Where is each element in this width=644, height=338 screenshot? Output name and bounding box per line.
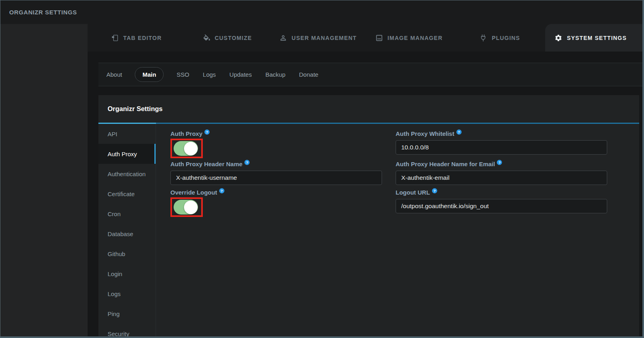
tab-image-manager[interactable]: IMAGE MANAGER [364,24,454,52]
help-icon[interactable]: ? [497,160,502,165]
field-auth-proxy-whitelist: Auth Proxy Whitelist? [396,129,607,158]
menu-item-authentication[interactable]: Authentication [98,164,156,184]
menu-item-certificate[interactable]: Certificate [98,184,156,204]
image-icon [375,34,383,42]
auth-proxy-header-name-input[interactable] [170,171,382,185]
settings-tabbar: TAB EDITOR CUSTOMIZE USER MANAGEMENT [88,24,642,52]
top-bar: ORGANIZR SETTINGS [0,0,642,24]
tab-system-settings[interactable]: SYSTEM SETTINGS [545,24,644,52]
subtab-updates[interactable]: Updates [229,68,253,82]
tab-label: IMAGE MANAGER [388,35,443,41]
auth-proxy-toggle[interactable] [174,141,198,156]
tab-editor-icon [111,34,119,42]
field-override-logout: Override Logout? [170,188,382,219]
subtab-donate[interactable]: Donate [298,68,319,82]
field-label: Auth Proxy Header Name [170,160,242,168]
field-label: Override Logout [170,189,217,197]
field-header-name: Auth Proxy Header Name? [170,160,382,188]
menu-item-login[interactable]: Login [98,264,156,284]
tab-label: CUSTOMIZE [215,35,252,41]
menu-item-api[interactable]: API [98,124,156,144]
field-label: Auth Proxy Header Name for Email [396,160,495,168]
auth-proxy-form: Auth Proxy? Auth Proxy Whitelist? [156,124,639,336]
help-icon[interactable]: ? [204,129,210,135]
page-title: ORGANIZR SETTINGS [9,9,77,16]
field-label: Auth Proxy [170,130,202,138]
user-icon [279,34,287,42]
field-label: Auth Proxy Whitelist [396,130,454,138]
tab-label: PLUGINS [492,35,520,41]
toggle-knob [184,142,198,155]
tab-tab-editor[interactable]: TAB EDITOR [91,24,182,52]
field-header-name-email: Auth Proxy Header Name for Email? [396,160,607,188]
subtab-about[interactable]: About [106,68,123,82]
subtab-sso[interactable]: SSO [176,68,190,82]
tab-label: USER MANAGEMENT [292,35,357,41]
highlight-box [170,139,203,158]
tab-customize[interactable]: CUSTOMIZE [182,24,272,52]
auth-proxy-whitelist-input[interactable] [396,140,607,155]
plug-icon [479,34,487,42]
tab-label: SYSTEM SETTINGS [567,35,626,41]
toggle-knob [184,201,198,214]
highlight-box [170,197,203,217]
field-auth-proxy: Auth Proxy? [170,129,382,160]
settings-menu: API Auth Proxy Authentication Certificat… [98,124,156,336]
organizr-settings-panel: Organizr Settings API Auth Proxy Authent… [98,95,639,336]
paint-bucket-icon [202,34,210,42]
menu-item-github[interactable]: Github [98,244,156,264]
settings-main: TAB EDITOR CUSTOMIZE USER MANAGEMENT [88,24,642,336]
field-label: Logout URL [396,189,430,197]
menu-item-logs[interactable]: Logs [98,284,156,304]
help-icon[interactable]: ? [219,188,224,193]
tab-label: TAB EDITOR [123,35,162,41]
auth-proxy-header-email-input[interactable] [396,171,607,185]
menu-item-database[interactable]: Database [98,224,156,244]
tab-plugins[interactable]: PLUGINS [454,24,545,52]
help-icon[interactable]: ? [432,188,437,193]
override-logout-toggle[interactable] [174,200,198,215]
help-icon[interactable]: ? [456,129,462,135]
subtab-backup[interactable]: Backup [264,68,286,82]
app-sidebar-area [0,24,88,336]
system-settings-subtabs: About Main SSO Logs Updates Backup Donat… [98,63,642,86]
logout-url-input[interactable] [396,199,607,213]
gear-icon [554,34,562,42]
menu-item-cron[interactable]: Cron [98,204,156,224]
tab-user-management[interactable]: USER MANAGEMENT [272,24,363,52]
panel-header: Organizr Settings [98,95,639,123]
menu-item-security[interactable]: Security [98,324,156,336]
menu-item-auth-proxy[interactable]: Auth Proxy [98,144,156,164]
app-window: ORGANIZR SETTINGS TAB EDITOR CUSTOMIZ [0,0,644,338]
help-icon[interactable]: ? [244,160,250,165]
subtab-main[interactable]: Main [135,67,164,82]
subtab-logs[interactable]: Logs [202,68,217,82]
field-logout-url: Logout URL? [396,188,607,217]
menu-item-ping[interactable]: Ping [98,304,156,324]
panel-title: Organizr Settings [108,105,163,113]
